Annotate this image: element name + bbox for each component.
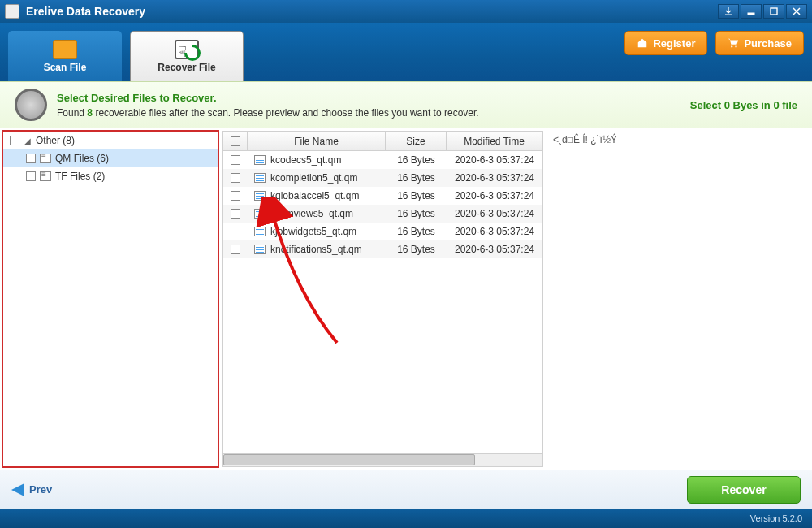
tree-root-row[interactable]: ◢ Other (8) xyxy=(3,132,218,149)
checkbox[interactable] xyxy=(231,209,240,219)
tab-scan-label: Scan File xyxy=(44,62,87,73)
app-title: Erelive Data Recovery xyxy=(26,5,145,18)
file-time: 2020-6-3 05:37:24 xyxy=(447,226,542,237)
prev-label: Prev xyxy=(29,483,52,496)
checkbox[interactable] xyxy=(26,154,36,163)
tree-item[interactable]: QM Files (6) xyxy=(3,149,218,167)
table-row[interactable]: kjobwidgets5_qt.qm16 Bytes2020-6-3 05:37… xyxy=(223,223,542,240)
file-icon xyxy=(254,155,266,165)
scrollbar-thumb[interactable] xyxy=(223,454,475,465)
file-size: 16 Bytes xyxy=(386,244,447,255)
maximize-button[interactable] xyxy=(763,4,784,19)
banner-title: Select Desired Files to Recover. xyxy=(57,92,479,104)
file-name: kitemviews5_qt.qm xyxy=(270,208,353,219)
file-table-header: File Name Size Modified Time xyxy=(223,132,542,151)
checkbox[interactable] xyxy=(26,171,36,181)
cart-icon xyxy=(728,37,739,49)
arrow-left-icon xyxy=(11,483,24,496)
file-icon xyxy=(254,227,266,236)
file-time: 2020-6-3 05:37:24 xyxy=(447,190,542,201)
file-size: 16 Bytes xyxy=(386,172,447,184)
checkbox[interactable] xyxy=(231,155,240,165)
tab-recover-file[interactable]: ☟ Recover File xyxy=(130,31,244,81)
horizontal-scrollbar[interactable] xyxy=(223,453,542,466)
preview-text: <¸d□Ê Í! ¿`ï½Ý xyxy=(553,134,617,145)
tree-item-label: QM Files (6) xyxy=(55,153,109,164)
file-time: 2020-6-3 05:37:24 xyxy=(447,172,542,184)
purchase-label: Purchase xyxy=(744,37,792,50)
header-filename[interactable]: File Name xyxy=(248,132,386,150)
file-time: 2020-6-3 05:37:24 xyxy=(447,244,542,255)
file-name: kjobwidgets5_qt.qm xyxy=(270,226,356,237)
svg-rect-1 xyxy=(771,8,777,15)
file-size: 16 Bytes xyxy=(386,190,447,201)
file-icon xyxy=(254,191,266,201)
info-banner: Select Desired Files to Recover. Found 8… xyxy=(0,81,812,128)
tree-root-label: Other (8) xyxy=(36,135,75,146)
file-name: kglobalaccel5_qt.qm xyxy=(270,190,359,201)
download-button[interactable] xyxy=(718,4,739,19)
svg-rect-0 xyxy=(748,13,754,15)
checkbox[interactable] xyxy=(10,136,19,145)
version-label: Version 5.2.0 xyxy=(750,513,802,523)
header-size[interactable]: Size xyxy=(386,132,447,150)
file-time: 2020-6-3 05:37:24 xyxy=(447,154,542,166)
table-row[interactable]: kglobalaccel5_qt.qm16 Bytes2020-6-3 05:3… xyxy=(223,187,542,205)
close-button[interactable] xyxy=(786,4,807,19)
banner-subtitle: Found 8 recoverable files after the scan… xyxy=(57,107,479,119)
header: Scan File ☟ Recover File Register Purcha… xyxy=(0,23,812,81)
file-size: 16 Bytes xyxy=(386,208,447,219)
collapse-icon[interactable]: ◢ xyxy=(24,136,32,145)
table-row[interactable]: kitemviews5_qt.qm16 Bytes2020-6-3 05:37:… xyxy=(223,205,542,223)
file-size: 16 Bytes xyxy=(386,154,447,166)
checkbox[interactable] xyxy=(231,191,240,201)
header-checkbox-cell[interactable] xyxy=(223,132,248,150)
svg-point-3 xyxy=(736,45,737,47)
prev-button[interactable]: Prev xyxy=(11,483,52,496)
app-icon xyxy=(5,4,19,19)
svg-point-2 xyxy=(732,45,733,47)
file-icon xyxy=(40,171,51,181)
preview-pane: <¸d□Ê Í! ¿`ï½Ý xyxy=(548,131,807,467)
header-modified[interactable]: Modified Time xyxy=(447,132,542,150)
purchase-button[interactable]: Purchase xyxy=(715,31,804,55)
file-time: 2020-6-3 05:37:24 xyxy=(447,208,542,219)
magnifier-icon xyxy=(15,89,47,121)
file-icon xyxy=(254,173,266,183)
cursor-icon: ☟ xyxy=(178,43,187,61)
checkbox[interactable] xyxy=(231,173,240,183)
checkbox[interactable] xyxy=(231,245,240,254)
file-name: knotifications5_qt.qm xyxy=(270,244,362,255)
file-name: kcodecs5_qt.qm xyxy=(270,154,341,166)
file-icon xyxy=(254,245,266,254)
register-label: Register xyxy=(653,37,695,50)
tab-scan-file[interactable]: Scan File xyxy=(8,31,122,81)
minimize-button[interactable] xyxy=(741,4,762,19)
monitor-refresh-icon: ☟ xyxy=(175,40,199,59)
sidebar-tree: ◢ Other (8) QM Files (6)TF Files (2) xyxy=(2,130,219,468)
folder-icon xyxy=(53,40,77,59)
file-icon xyxy=(254,209,266,219)
table-row[interactable]: knotifications5_qt.qm16 Bytes2020-6-3 05… xyxy=(223,240,542,258)
table-row[interactable]: kcodecs5_qt.qm16 Bytes2020-6-3 05:37:24 xyxy=(223,151,542,169)
titlebar: Erelive Data Recovery xyxy=(0,0,812,23)
tab-recover-label: Recover File xyxy=(158,62,215,73)
recover-button[interactable]: Recover xyxy=(687,476,801,504)
tree-item-label: TF Files (2) xyxy=(55,171,105,182)
file-size: 16 Bytes xyxy=(386,226,447,237)
footer: Prev Recover xyxy=(0,470,812,509)
register-button[interactable]: Register xyxy=(624,31,707,55)
table-row[interactable]: kcompletion5_qt.qm16 Bytes2020-6-3 05:37… xyxy=(223,169,542,187)
file-table: File Name Size Modified Time kcodecs5_qt… xyxy=(222,131,543,467)
tree-item[interactable]: TF Files (2) xyxy=(3,167,218,185)
house-icon xyxy=(637,37,648,49)
file-name: kcompletion5_qt.qm xyxy=(270,172,357,184)
file-icon xyxy=(40,154,51,163)
selection-status: Select 0 Byes in 0 file xyxy=(690,99,797,111)
main-area: ◢ Other (8) QM Files (6)TF Files (2) Fil… xyxy=(0,128,812,470)
checkbox[interactable] xyxy=(231,227,240,236)
statusbar: Version 5.2.0 xyxy=(0,509,812,528)
